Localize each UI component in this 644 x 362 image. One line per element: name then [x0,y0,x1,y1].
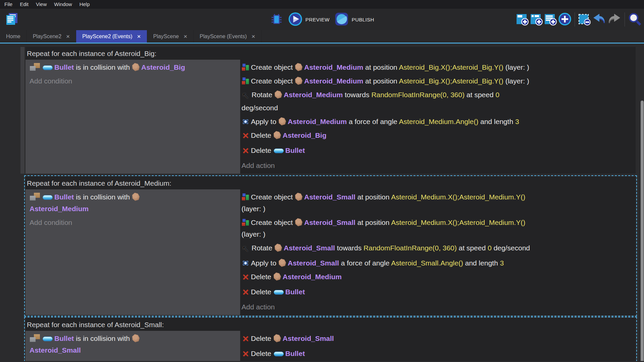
tab-playscene[interactable]: PlayScene× [147,30,194,43]
instruction-text: Delete [251,273,273,281]
action-row[interactable]: Delete Asteroid_Medium [241,270,634,285]
instruction-text: Asteroid_Small [283,335,334,342]
action-row[interactable]: Apply to Asteroid_Medium a force of angl… [241,115,634,128]
menu-view[interactable]: View [32,0,50,9]
instruction-text: Asteroid_Big [283,131,327,139]
tab-label: PlayScene [153,34,179,40]
action-row[interactable]: Create object Asteroid_Medium at positio… [241,60,634,74]
close-tab-icon[interactable]: × [252,34,255,39]
instruction-text: Create object [251,193,295,201]
event-block[interactable]: Repeat for each instance of Asteroid_Sma… [25,318,636,361]
delete-icon [242,349,249,361]
add-event-button[interactable] [516,13,529,26]
preview-button[interactable]: PREVIEW [288,12,330,27]
event-header[interactable]: Repeat for each instance of Asteroid_Big… [25,47,636,60]
bullet-icon [43,65,53,70]
instruction-text: towards [335,244,364,252]
instruction-text: Asteroid_Small [30,346,81,354]
add-condition[interactable]: Add condition [30,74,237,88]
event-block[interactable]: Repeat for each instance of Asteroid_Med… [25,177,636,315]
instruction-text: and length [478,118,515,125]
instruction-text: and length [463,259,500,267]
add-subevent-button[interactable] [530,13,543,26]
tab-playscene2-events[interactable]: PlayScene2 (Events)× [76,30,147,43]
action-row[interactable]: Delete Bullet [241,347,634,361]
instruction-text: is in collision with [74,193,132,201]
search-button[interactable] [628,12,641,27]
event-drag-handle[interactable] [20,47,24,174]
action-row[interactable]: Delete Asteroid_Small [241,331,634,347]
action-row[interactable]: Create object Asteroid_Small at position… [241,216,634,241]
rotate-icon [242,90,250,102]
collision-icon [30,193,41,201]
asteroid-icon [279,117,286,125]
close-tab-icon[interactable]: × [137,34,141,39]
instruction-text: a force of angle [347,118,399,125]
asteroid-icon [275,90,282,99]
gdevelop-window: FileEditViewWindowHelp [0,0,644,361]
menu-file[interactable]: File [1,0,16,9]
undo-icon [592,12,606,27]
tab-home[interactable]: Home [0,30,27,43]
bullet-icon [274,290,284,295]
asteroid-icon [132,63,140,71]
instruction-text: Asteroid_Medium.X();Asteroid_Medium.Y() [391,219,525,226]
asteroid-icon [275,244,282,252]
add-condition[interactable]: Add condition [30,357,237,361]
project-manager-button[interactable] [5,12,19,27]
instruction-text: 0 [488,244,492,252]
instruction-text: at position [356,193,391,201]
event-block[interactable]: Repeat for each instance of Asteroid_Big… [25,47,636,174]
event-header[interactable]: Repeat for each instance of Asteroid_Med… [25,177,636,189]
condition-row[interactable]: Bullet is in collision with Asteroid_Big [30,60,237,74]
create-icon [242,64,249,71]
instruction-text: Asteroid_Small [304,219,356,226]
instruction-text: Bullet [54,193,74,201]
conditions-panel: Bullet is in collision with Asteroid_Sma… [25,331,240,361]
add-condition[interactable]: Add condition [30,216,237,229]
menu-edit[interactable]: Edit [16,0,32,9]
instruction-text: (layer: ) [503,77,529,85]
vertical-scrollbar[interactable] [640,44,644,361]
instruction-text: Bullet [285,288,305,296]
add-new-button[interactable] [558,12,572,27]
action-row[interactable]: Delete Bullet [241,285,634,300]
add-comment-button[interactable] [544,13,557,26]
instruction-text: at position [363,63,399,71]
menu-window[interactable]: Window [50,0,75,9]
play-circle-icon [288,12,303,27]
tab-label: PlayScene (Events) [200,34,247,40]
remove-selection-button[interactable] [578,13,591,26]
publish-label: PUBLISH [352,17,374,22]
instruction-text: Apply to [251,118,278,125]
debug-button[interactable] [270,12,283,27]
instruction-text: Delete [251,146,273,154]
instruction-text: Asteroid_Medium.X();Asteroid_Medium.Y() [391,193,525,201]
publish-button[interactable]: PUBLISH [334,12,374,27]
close-tab-icon[interactable]: × [183,34,187,39]
tab-playscene2[interactable]: PlayScene2× [27,30,76,43]
action-row[interactable]: Apply to Asteroid_Small a force of angle… [241,256,634,270]
add-action[interactable]: Add action [241,300,634,314]
event-header[interactable]: Repeat for each instance of Asteroid_Sma… [25,318,636,331]
scrollbar-thumb[interactable] [641,101,644,361]
action-row[interactable]: Delete Asteroid_Big [241,128,634,143]
action-row[interactable]: Delete Bullet [241,143,634,159]
action-row[interactable]: Create object Asteroid_Small at position… [241,190,634,216]
undo-button[interactable] [592,12,606,27]
action-row[interactable]: Rotate Asteroid_Small towards RandomFloa… [241,241,634,256]
asteroid-icon [132,334,140,342]
tab-playscene-events[interactable]: PlayScene (Events)× [194,30,262,43]
condition-row[interactable]: Bullet is in collision with Asteroid_Sma… [30,331,237,357]
action-row[interactable]: Create object Asteroid_Medium at positio… [241,74,634,88]
actions-panel: Create object Asteroid_Medium at positio… [240,60,636,174]
add-action[interactable]: Add action [241,159,634,172]
actions-panel: Create object Asteroid_Small at position… [240,189,636,315]
asteroid-icon [295,193,303,201]
action-row[interactable]: Rotate Asteroid_Medium towards RandomFlo… [241,88,634,115]
close-tab-icon[interactable]: × [66,34,70,39]
redo-button[interactable] [607,12,622,27]
create-icon [242,193,249,201]
menu-help[interactable]: Help [76,0,94,9]
condition-row[interactable]: Bullet is in collision with Asteroid_Med… [30,190,237,216]
